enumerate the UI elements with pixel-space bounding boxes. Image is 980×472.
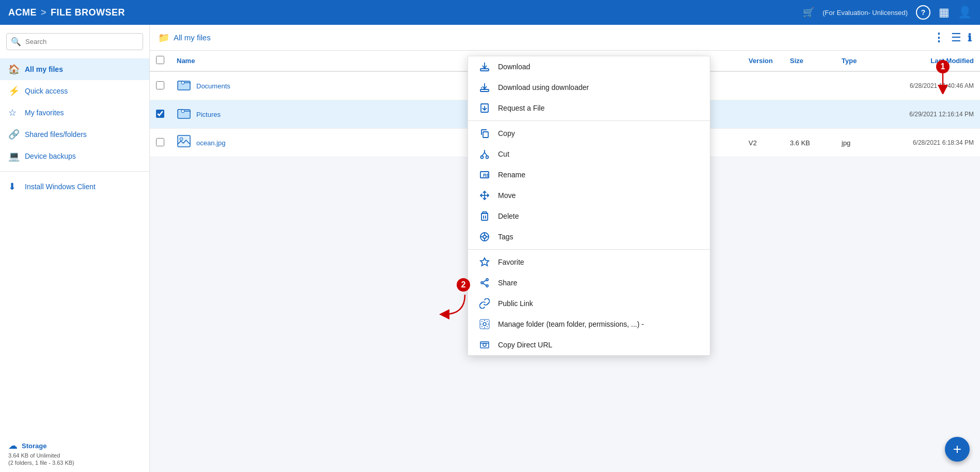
svg-point-3	[181, 110, 184, 113]
svg-point-1	[181, 81, 184, 84]
copy-icon	[478, 128, 491, 139]
storage-section: ☁ Storage 3.64 KB of Unlimited (2 folder…	[0, 434, 149, 472]
svg-point-35	[483, 323, 486, 326]
list-view-button[interactable]: ☰	[951, 31, 961, 44]
sidebar-item-quick-access[interactable]: ⚡ Quick access	[0, 80, 149, 102]
breadcrumb: All my files	[174, 33, 211, 42]
ctx-cut[interactable]: Cut	[468, 144, 710, 164]
content-area: 📁 All my files ⋮ ☰ ℹ Name	[150, 25, 980, 472]
home-icon: 🏠	[8, 64, 20, 75]
sidebar-item-label: My favorites	[25, 109, 64, 117]
svg-point-38	[483, 343, 486, 346]
ctx-share[interactable]: Share	[468, 272, 710, 293]
ctx-download[interactable]: Download	[468, 56, 710, 77]
col-header-type: Type	[835, 51, 877, 71]
sidebar-item-label: Install Windows Client	[25, 182, 96, 191]
sidebar-item-install-windows[interactable]: ⬇ Install Windows Client	[0, 176, 149, 197]
sidebar-item-shared-files[interactable]: 🔗 Shared files/folders	[0, 124, 149, 145]
toolbar: 📁 All my files ⋮ ☰ ℹ	[150, 25, 980, 51]
svg-rect-10	[483, 132, 488, 138]
svg-rect-7	[480, 89, 489, 92]
user-icon[interactable]: 👤	[958, 6, 972, 19]
help-icon[interactable]: ?	[916, 5, 930, 20]
ctx-share-label: Share	[498, 279, 517, 287]
ctx-copy[interactable]: Copy	[468, 123, 710, 144]
svg-rect-37	[480, 342, 489, 348]
ctx-cut-label: Cut	[498, 150, 509, 158]
svg-point-30	[486, 279, 488, 281]
ctx-rename[interactable]: RE Rename	[468, 164, 710, 185]
cut-icon	[478, 149, 491, 159]
svg-point-24	[483, 235, 486, 238]
svg-point-5	[180, 138, 183, 141]
ctx-rename-label: Rename	[498, 171, 525, 179]
backup-icon: 💻	[8, 150, 20, 162]
cloud-icon: ☁	[8, 440, 18, 451]
file-name: ocean.jpg	[196, 139, 225, 147]
ctx-copy-label: Copy	[498, 129, 515, 138]
ctx-public-link[interactable]: Public Link	[468, 293, 710, 314]
row-checkbox[interactable]	[156, 81, 164, 89]
file-size: 3.6 KB	[784, 129, 835, 157]
ctx-delete[interactable]: Delete	[468, 206, 710, 226]
search-input[interactable]	[25, 38, 138, 45]
download-icon	[478, 62, 491, 72]
eval-text: (For Evaluation- Unlicensed)	[822, 9, 908, 17]
svg-marker-29	[480, 258, 489, 266]
install-icon: ⬇	[8, 181, 20, 192]
ctx-tags[interactable]: Tags	[468, 226, 710, 247]
svg-rect-20	[481, 214, 488, 220]
sidebar-item-all-my-files[interactable]: 🏠 All my files	[0, 58, 149, 80]
ctx-download-label: Download	[498, 63, 530, 71]
ctx-manage-folder[interactable]: Manage folder (team folder, permissions,…	[468, 314, 710, 334]
ctx-download-downloader[interactable]: Download using downloader	[468, 77, 710, 98]
sidebar-item-device-backups[interactable]: 💻 Device backups	[0, 145, 149, 167]
ctx-divider-1	[468, 120, 710, 121]
ctx-favorite-label: Favorite	[498, 258, 524, 266]
svg-point-11	[481, 156, 484, 159]
quick-access-icon: ⚡	[8, 85, 20, 97]
file-modified: 6/29/2021 12:16:14 PM	[877, 100, 980, 129]
ctx-move[interactable]: Move	[468, 185, 710, 206]
sidebar-item-my-favorites[interactable]: ☆ My favorites	[0, 102, 149, 124]
ctx-request-file-label: Request a File	[498, 104, 545, 112]
sidebar-nav: 🏠 All my files ⚡ Quick access ☆ My favor…	[0, 58, 149, 197]
svg-point-31	[481, 282, 483, 284]
file-version	[742, 71, 784, 100]
file-version: V2	[742, 129, 784, 157]
file-modified: 6/28/2021 11:40:46 AM	[877, 71, 980, 100]
row-checkbox[interactable]	[156, 138, 164, 146]
select-all-checkbox[interactable]	[156, 56, 164, 64]
ctx-divider-2	[468, 249, 710, 250]
storage-title: Storage	[22, 442, 46, 450]
svg-line-33	[483, 280, 486, 282]
col-header-modified: Last Modified	[877, 51, 980, 71]
search-box[interactable]: 🔍	[6, 33, 143, 50]
fab-add-button[interactable]: +	[945, 437, 970, 462]
ctx-tags-label: Tags	[498, 233, 514, 241]
ctx-copy-url-label: Copy Direct URL	[498, 341, 552, 349]
grid-icon[interactable]: ▦	[939, 6, 950, 19]
ctx-copy-direct-url[interactable]: Copy Direct URL	[468, 334, 710, 355]
star-icon	[478, 257, 491, 267]
brand-name: ACME	[8, 7, 37, 18]
svg-line-14	[485, 153, 487, 156]
rename-icon: RE	[478, 170, 491, 180]
ctx-manage-folder-label: Manage folder (team folder, permissions,…	[498, 320, 644, 328]
main-layout: 🔍 🏠 All my files ⚡ Quick access ☆ My fav…	[0, 25, 980, 472]
app-header: ACME > FILE BROWSER 🛒 (For Evaluation- U…	[0, 0, 980, 25]
more-options-button[interactable]: ⋮	[933, 31, 945, 44]
ctx-favorite[interactable]: Favorite	[468, 252, 710, 272]
svg-text:RE: RE	[483, 173, 490, 178]
header-title: FILE BROWSER	[51, 7, 125, 18]
ctx-request-file[interactable]: Request a File	[468, 98, 710, 118]
share-icon	[478, 278, 491, 288]
tags-icon	[478, 232, 491, 242]
info-button[interactable]: ℹ	[968, 32, 972, 44]
sidebar-item-label: Quick access	[25, 87, 68, 95]
move-icon	[478, 190, 491, 201]
file-type	[835, 71, 877, 100]
row-checkbox[interactable]	[156, 110, 164, 118]
sidebar-item-label: Shared files/folders	[25, 130, 87, 139]
share-icon: 🔗	[8, 129, 20, 140]
